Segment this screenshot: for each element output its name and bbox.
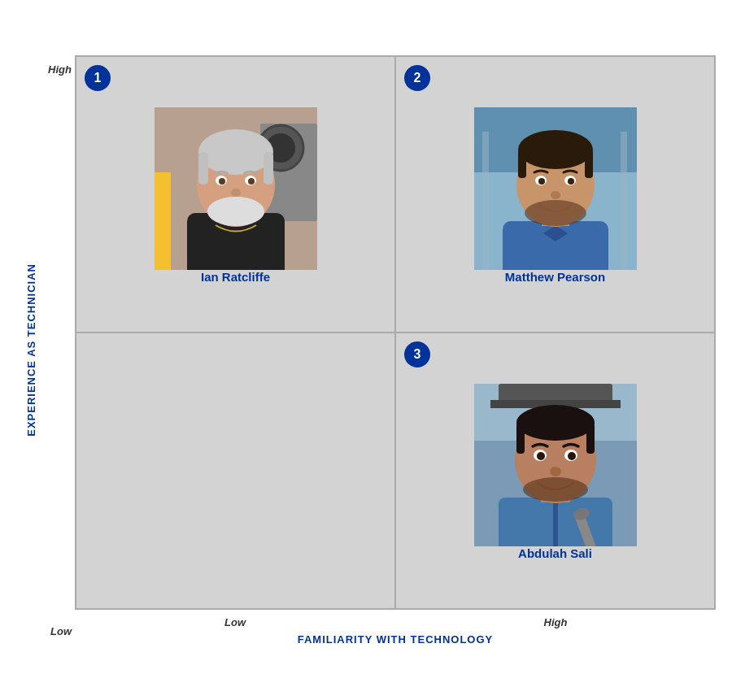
x-tick-high: High <box>395 616 716 628</box>
quadrant-bottom-left <box>76 333 395 609</box>
x-tick-low: Low <box>75 616 395 628</box>
grid-and-labels: 1 <box>75 55 716 646</box>
badge-2: 2 <box>404 65 430 91</box>
x-axis-label: FAMILIARITY WITH TECHNOLOGY <box>75 630 716 646</box>
person-name-abdulah: Abdulah Sali <box>518 546 592 560</box>
svg-rect-26 <box>518 150 526 178</box>
person-name-ian: Ian Ratcliffe <box>201 270 270 284</box>
svg-point-50 <box>550 467 561 476</box>
svg-point-15 <box>231 189 241 197</box>
svg-point-16 <box>207 197 264 226</box>
y-axis-ticks: High Low <box>46 55 75 646</box>
svg-point-33 <box>551 191 560 199</box>
svg-point-14 <box>248 178 255 185</box>
x-axis-ticks: Low High <box>75 610 716 630</box>
y-tick-low: Low <box>50 625 72 637</box>
svg-rect-10 <box>264 152 273 185</box>
svg-point-32 <box>568 178 574 185</box>
quadrant-top-right: 2 <box>395 56 715 333</box>
badge-1: 1 <box>85 65 111 91</box>
svg-rect-39 <box>553 502 558 546</box>
svg-point-49 <box>568 452 576 460</box>
quadrant-grid: 1 <box>75 55 716 610</box>
photo-ian <box>155 107 317 270</box>
y-tick-high: High <box>48 63 72 76</box>
svg-point-28 <box>525 200 586 226</box>
y-axis-label-container: EXPERIENCE AS TECHNICIAN <box>16 55 46 646</box>
svg-rect-19 <box>482 132 489 270</box>
svg-rect-43 <box>516 423 525 454</box>
svg-point-8 <box>198 129 273 175</box>
svg-rect-27 <box>585 150 593 178</box>
photo-matthew <box>474 107 637 270</box>
svg-rect-20 <box>621 132 627 270</box>
svg-point-25 <box>518 130 593 169</box>
svg-rect-44 <box>586 423 595 454</box>
badge-3: 3 <box>404 341 430 367</box>
svg-point-48 <box>537 452 545 460</box>
person-name-matthew: Matthew Pearson <box>505 270 605 284</box>
quadrant-bottom-right: 3 <box>395 333 715 609</box>
chart-wrapper: EXPERIENCE AS TECHNICIAN High Low 1 <box>16 55 716 646</box>
y-axis-label: EXPERIENCE AS TECHNICIAN <box>25 263 37 437</box>
svg-point-42 <box>516 405 595 441</box>
quadrant-top-left: 1 <box>76 56 395 333</box>
svg-point-31 <box>538 178 545 185</box>
svg-rect-4 <box>155 172 171 270</box>
chart-area: EXPERIENCE AS TECHNICIAN High Low 1 <box>16 55 716 646</box>
svg-point-13 <box>219 178 225 185</box>
photo-abdulah <box>474 384 637 546</box>
svg-rect-9 <box>198 152 208 185</box>
